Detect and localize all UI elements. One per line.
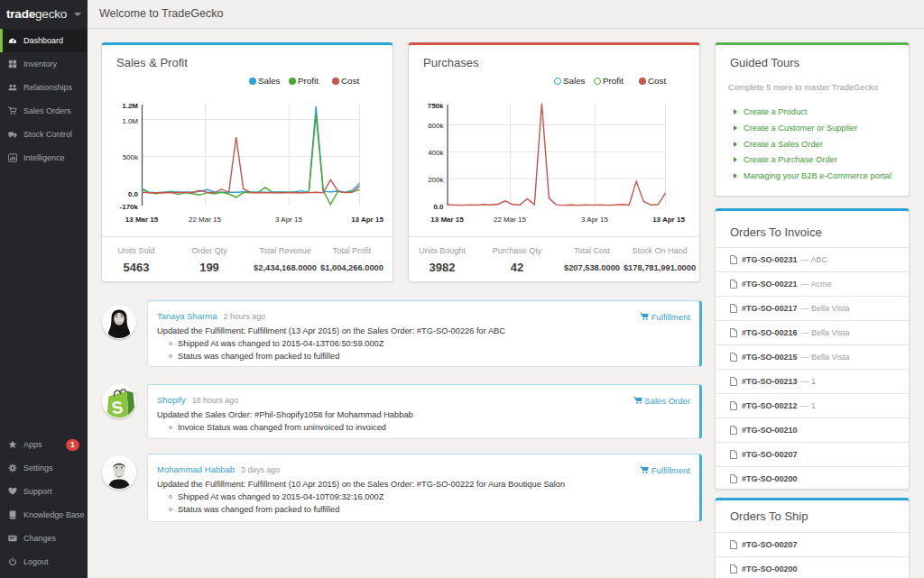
svg-text:600k: 600k	[428, 122, 444, 130]
svg-text:0.0: 0.0	[433, 203, 444, 211]
svg-text:3 Apr 15: 3 Apr 15	[275, 216, 302, 224]
svg-text:400k: 400k	[428, 149, 444, 157]
svg-text:750k: 750k	[428, 102, 444, 110]
svg-text:22 Mar 15: 22 Mar 15	[494, 216, 527, 224]
svg-text:13 Apr 15: 13 Apr 15	[351, 216, 383, 224]
svg-text:13 Mar 15: 13 Mar 15	[125, 216, 159, 224]
svg-text:22 Mar 15: 22 Mar 15	[189, 216, 222, 224]
svg-text:3 Apr 15: 3 Apr 15	[581, 216, 608, 224]
svg-text:1.0M: 1.0M	[122, 117, 138, 125]
svg-text:0.0: 0.0	[128, 190, 139, 198]
svg-text:200k: 200k	[428, 176, 444, 184]
svg-text:S: S	[110, 398, 124, 417]
svg-text:-170k: -170k	[120, 203, 139, 211]
svg-text:13 Apr 15: 13 Apr 15	[652, 216, 685, 224]
svg-text:13 Mar 15: 13 Mar 15	[430, 216, 464, 224]
svg-text:1.2M: 1.2M	[122, 102, 138, 110]
svg-text:500k: 500k	[123, 153, 139, 161]
